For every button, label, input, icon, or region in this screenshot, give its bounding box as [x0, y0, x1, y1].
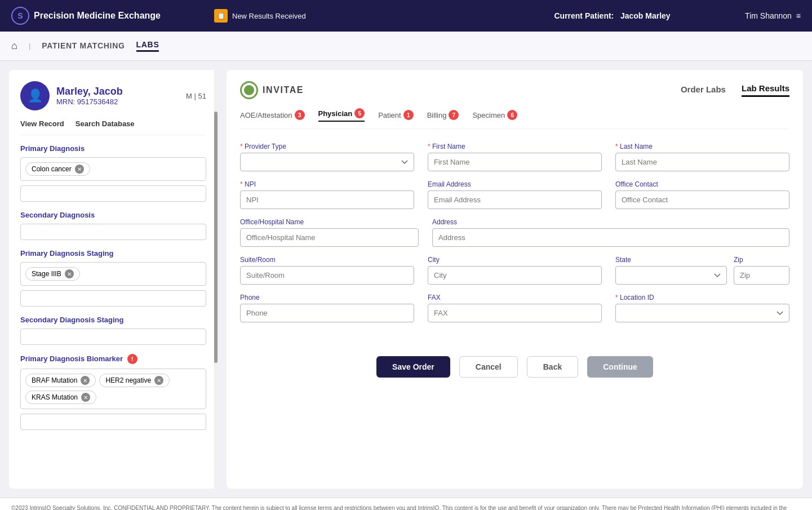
- tag-kras: KRAS Mutation ✕: [25, 391, 96, 404]
- cancel-button[interactable]: Cancel: [459, 356, 518, 378]
- invitae-circle-icon: [240, 81, 258, 99]
- secondary-diagnosis-section: Secondary Diagnosis: [20, 211, 206, 240]
- last-name-input[interactable]: [615, 153, 789, 171]
- step-specimen-label: Specimen: [472, 111, 505, 119]
- step-aoe-badge: 3: [295, 110, 305, 120]
- hamburger-icon[interactable]: ≡: [796, 11, 801, 20]
- nav-labs[interactable]: LABS: [136, 40, 159, 52]
- patient-gender-age: M | 51: [186, 92, 206, 100]
- first-name-label: First Name: [428, 143, 602, 150]
- tag-her2: HER2 negative ✕: [99, 374, 170, 387]
- invitae-logo: INVITAE: [240, 81, 304, 99]
- provider-type-field: Provider Type Physician Nurse Practition…: [240, 143, 414, 171]
- continue-button[interactable]: Continue: [587, 356, 653, 378]
- patient-mrn: MRN: 9517536482: [56, 97, 123, 106]
- npi-field: NPI: [240, 180, 414, 209]
- view-record-button[interactable]: View Record: [20, 119, 64, 128]
- step-specimen[interactable]: Specimen 6: [472, 110, 517, 120]
- address-input[interactable]: [432, 228, 789, 247]
- search-database-button[interactable]: Search Database: [76, 119, 135, 128]
- remove-kras[interactable]: ✕: [81, 393, 90, 402]
- header: S Precision Medicine Exchange 📋 New Resu…: [0, 0, 812, 32]
- zip-field: Zip: [734, 256, 789, 285]
- provider-type-select[interactable]: Physician Nurse Practitioner PA: [240, 153, 414, 171]
- office-contact-field: Office Contact: [615, 180, 789, 209]
- biomarker-tags[interactable]: BRAF Mutation ✕ HER2 negative ✕ KRAS Mut…: [20, 369, 206, 409]
- state-select[interactable]: [615, 266, 727, 285]
- location-id-select[interactable]: [615, 304, 789, 322]
- email-input[interactable]: [428, 190, 602, 209]
- step-billing[interactable]: Billing 7: [427, 110, 459, 120]
- biomarker-section: Primary Diagnosis Biomarker ! BRAF Mutat…: [20, 354, 206, 430]
- secondary-staging-title: Secondary Diagnosis Staging: [20, 316, 206, 324]
- suite-room-field: Suite/Room: [240, 256, 414, 285]
- remove-her2[interactable]: ✕: [154, 376, 163, 385]
- current-patient: Current Patient: Jacob Marley: [480, 11, 745, 20]
- tag-colon-cancer: Colon cancer ✕: [25, 162, 90, 176]
- fax-input[interactable]: [428, 304, 602, 322]
- remove-colon-cancer[interactable]: ✕: [75, 165, 84, 174]
- fax-field: FAX: [428, 294, 602, 322]
- address-label: Address: [432, 218, 789, 226]
- first-name-input[interactable]: [428, 153, 602, 171]
- notification-text: New Results Received: [232, 12, 306, 20]
- step-specimen-badge: 6: [507, 110, 517, 120]
- scrollbar-track: [214, 70, 218, 489]
- fax-label: FAX: [428, 294, 602, 301]
- nav-patient-matching[interactable]: PATIENT MATCHING: [42, 41, 125, 51]
- secondary-staging-input[interactable]: [20, 329, 206, 345]
- back-button[interactable]: Back: [527, 356, 578, 378]
- footer: ©2023 IntrinsIQ Specialty Solutions, Inc…: [0, 498, 812, 510]
- phone-input[interactable]: [240, 304, 414, 322]
- primary-diagnosis-input[interactable]: [20, 185, 206, 202]
- step-physician[interactable]: Physician 5: [318, 108, 365, 122]
- notification-area: 📋 New Results Received: [214, 9, 480, 23]
- secondary-staging-section: Secondary Diagnosis Staging: [20, 316, 206, 345]
- primary-diagnosis-tags[interactable]: Colon cancer ✕: [20, 157, 206, 181]
- action-buttons: Save Order Cancel Back Continue: [240, 345, 789, 378]
- primary-staging-title: Primary Diagnosis Staging: [20, 249, 206, 258]
- biomarker-info-icon: !: [127, 354, 137, 364]
- city-input[interactable]: [428, 266, 602, 285]
- email-field: Email Address: [428, 180, 602, 209]
- biomarker-input[interactable]: [20, 414, 206, 430]
- npi-label: NPI: [240, 180, 414, 188]
- office-contact-input[interactable]: [615, 190, 789, 209]
- suite-room-input[interactable]: [240, 266, 414, 285]
- remove-stage-iiib[interactable]: ✕: [65, 269, 74, 278]
- office-hospital-label: Office/Hospital Name: [240, 218, 419, 226]
- step-patient[interactable]: Patient 1: [378, 110, 413, 120]
- user-menu[interactable]: Tim Shannon ≡: [745, 11, 801, 20]
- separator: |: [29, 42, 30, 50]
- zip-input[interactable]: [734, 266, 789, 285]
- state-zip-group: State Zip: [615, 256, 789, 285]
- home-icon[interactable]: ⌂: [11, 40, 17, 52]
- location-id-field: Location ID: [615, 294, 789, 322]
- secondary-diagnosis-input[interactable]: [20, 224, 206, 240]
- remove-braf[interactable]: ✕: [81, 376, 90, 385]
- user-name: Tim Shannon: [745, 11, 792, 20]
- npi-input[interactable]: [240, 190, 414, 209]
- tab-order-labs[interactable]: Order Labs: [681, 85, 726, 96]
- patient-actions: View Record Search Database: [20, 119, 206, 135]
- step-tabs: AOE/Attestation 3 Physician 5 Patient 1 …: [240, 108, 789, 129]
- current-patient-name: Jacob Marley: [620, 11, 671, 20]
- save-order-button[interactable]: Save Order: [376, 356, 450, 378]
- scrollbar-thumb[interactable]: [214, 112, 218, 363]
- step-aoe[interactable]: AOE/Attestation 3: [240, 110, 305, 120]
- address-field: Address: [432, 218, 789, 247]
- patient-name: Marley, Jacob: [56, 86, 123, 97]
- tag-stage-iiib: Stage IIIB ✕: [25, 267, 80, 281]
- phone-field: Phone: [240, 294, 414, 322]
- phone-label: Phone: [240, 294, 414, 301]
- physician-form: Provider Type Physician Nurse Practition…: [240, 143, 789, 322]
- invitae-inner-circle: [244, 85, 254, 95]
- primary-staging-tags[interactable]: Stage IIIB ✕: [20, 262, 206, 286]
- current-patient-label: Current Patient:: [554, 11, 614, 20]
- office-hospital-input[interactable]: [240, 228, 419, 247]
- tab-lab-results[interactable]: Lab Results: [742, 83, 789, 97]
- lab-header: INVITAE Order Labs Lab Results: [240, 81, 789, 99]
- state-label: State: [615, 256, 727, 264]
- zip-label: Zip: [734, 256, 789, 264]
- primary-staging-input[interactable]: [20, 290, 206, 307]
